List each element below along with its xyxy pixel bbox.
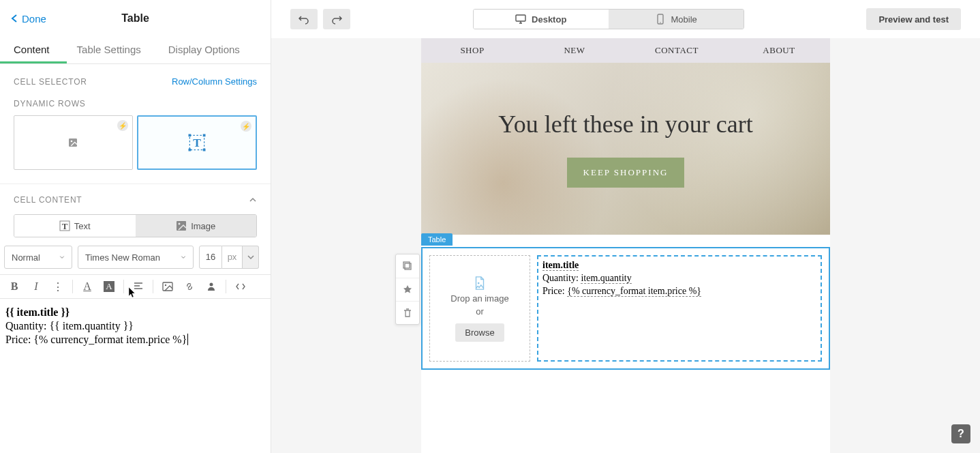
back-arrow-icon: [11, 14, 19, 23]
trash-icon: [402, 308, 413, 319]
nav-new[interactable]: NEW: [523, 38, 626, 63]
table-block-label: Table: [421, 233, 453, 246]
redo-button[interactable]: [323, 9, 350, 29]
sidebar-header: Done Table: [0, 0, 271, 37]
mobile-icon: [655, 14, 666, 25]
text-color-icon: A: [83, 280, 91, 293]
toggle-text-label: Text: [74, 221, 91, 231]
svg-point-20: [478, 282, 480, 284]
mouse-cursor-icon: [128, 287, 136, 299]
bold-icon: B: [11, 280, 18, 293]
or-label: or: [476, 306, 484, 317]
image-type-icon: [176, 220, 187, 231]
block-actions: [395, 254, 420, 325]
keep-shopping-button[interactable]: KEEP SHOPPING: [567, 158, 685, 188]
star-icon: [402, 284, 413, 295]
text-title-field: item.title: [542, 260, 579, 271]
favorite-button[interactable]: [396, 278, 419, 301]
editor-line-1: {{ item.title }}: [5, 306, 70, 318]
nav-about[interactable]: ABOUT: [728, 38, 830, 63]
hero-title: You left these in your cart: [498, 110, 752, 138]
person-button[interactable]: [201, 276, 221, 297]
tab-indicator: [0, 61, 67, 63]
qty-field: item.quantity: [581, 273, 631, 284]
desktop-icon: [515, 14, 526, 25]
hero-section: You left these in your cart KEEP SHOPPIN…: [421, 63, 830, 235]
editor-sidebar: Done Table Content Table Settings Displa…: [0, 0, 271, 453]
undo-button[interactable]: [290, 9, 318, 29]
font-size-unit: px: [222, 246, 243, 269]
qty-label: Quantity:: [542, 273, 581, 283]
text-editor[interactable]: {{ item.title }} Quantity: {{ item.quant…: [0, 299, 271, 353]
style-select[interactable]: Normal: [4, 246, 72, 269]
help-button[interactable]: ?: [951, 424, 970, 443]
link-icon: [184, 281, 195, 292]
code-icon: [235, 281, 246, 292]
table-image-cell[interactable]: Drop an image or Browse: [429, 255, 530, 362]
svg-point-1: [71, 141, 73, 143]
nav-contact[interactable]: CONTACT: [626, 38, 728, 63]
separator: [153, 280, 153, 293]
tab-table-settings[interactable]: Table Settings: [63, 37, 155, 63]
font-size-value[interactable]: 16: [199, 246, 222, 269]
sidebar-tabs: Content Table Settings Display Options: [0, 37, 271, 64]
text-format-row: Normal Times New Roman 16 px: [0, 246, 271, 274]
svg-rect-15: [516, 15, 525, 21]
preview-and-test-button[interactable]: Preview and test: [866, 8, 961, 30]
cell-selector-section: CELL SELECTOR Row/Column Settings: [0, 64, 271, 89]
chevron-up-icon: [249, 196, 257, 204]
nav-shop[interactable]: SHOP: [421, 38, 523, 63]
italic-button[interactable]: I: [26, 276, 46, 297]
font-select[interactable]: Times New Roman: [78, 246, 194, 269]
mobile-label: Mobile: [671, 14, 697, 25]
tab-display-options[interactable]: Display Options: [155, 37, 254, 63]
duplicate-button[interactable]: [396, 254, 419, 278]
done-button[interactable]: Done: [11, 13, 46, 25]
viewport-toggle: Desktop Mobile: [473, 9, 744, 29]
bold-button[interactable]: B: [4, 276, 25, 297]
svg-point-13: [165, 284, 166, 286]
dynamic-rows-cards: ⚡ T ⚡: [0, 108, 271, 184]
image-icon: [162, 281, 173, 292]
bolt-icon: ⚡: [117, 120, 128, 131]
undo-redo-group: [290, 9, 350, 29]
separator: [72, 280, 73, 293]
table-text-cell[interactable]: item.title Quantity: item.quantity Price…: [537, 255, 822, 362]
svg-point-11: [179, 223, 181, 225]
redo-icon: [331, 14, 342, 25]
font-size-input[interactable]: 16 px: [199, 246, 259, 269]
table-block[interactable]: Table Drop an image or Browse item.title: [421, 247, 830, 370]
browse-button[interactable]: Browse: [455, 323, 504, 342]
cell-content-header[interactable]: CELL CONTENT: [0, 184, 271, 210]
font-size-stepper[interactable]: [243, 246, 259, 269]
cell-selector-label: CELL SELECTOR: [14, 77, 87, 87]
dynrow-image-card[interactable]: ⚡: [14, 115, 133, 170]
chevron-down-icon: [59, 254, 65, 260]
text-color-button[interactable]: A: [77, 276, 97, 297]
more-format-button[interactable]: ⋮: [48, 276, 68, 297]
person-icon: [206, 281, 217, 292]
delete-button[interactable]: [396, 301, 419, 324]
image-icon: [67, 137, 78, 148]
more-vertical-icon: ⋮: [52, 280, 63, 293]
drop-image-label: Drop an image: [450, 293, 508, 304]
toggle-image[interactable]: Image: [136, 215, 257, 237]
toggle-text[interactable]: T Text: [14, 215, 136, 237]
font-select-value: Times New Roman: [85, 252, 160, 263]
insert-image-button[interactable]: [157, 276, 178, 297]
text-type-icon: T: [59, 220, 70, 231]
mobile-tab[interactable]: Mobile: [609, 10, 744, 29]
link-button[interactable]: [179, 276, 200, 297]
desktop-tab[interactable]: Desktop: [474, 10, 609, 29]
email-nav-bar: SHOP NEW CONTACT ABOUT: [421, 38, 830, 63]
svg-text:T: T: [193, 136, 201, 149]
done-label: Done: [22, 13, 46, 25]
dynrow-text-card[interactable]: T ⚡: [137, 115, 258, 170]
separator: [226, 280, 226, 293]
row-column-settings-link[interactable]: Row/Column Settings: [172, 76, 257, 87]
code-button[interactable]: [230, 276, 251, 297]
bg-color-button[interactable]: A: [99, 276, 119, 297]
text-icon: T: [187, 132, 207, 153]
tab-content[interactable]: Content: [0, 37, 63, 63]
canvas-header: Desktop Mobile Preview and test: [271, 0, 980, 38]
